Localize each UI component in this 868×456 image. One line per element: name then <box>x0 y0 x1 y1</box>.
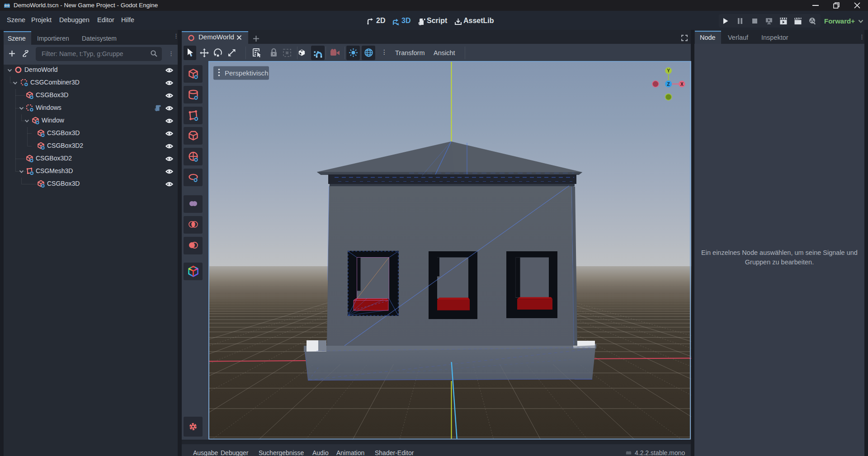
svg-text:X: X <box>680 82 684 87</box>
svg-text:Y: Y <box>667 68 670 73</box>
svg-text:Perspektivisch: Perspektivisch <box>225 69 269 77</box>
svg-text:Z: Z <box>667 82 670 87</box>
